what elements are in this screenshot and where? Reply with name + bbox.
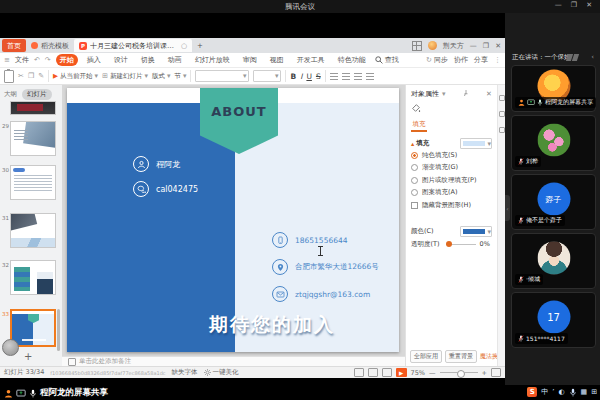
zoom-in-button[interactable]: +	[482, 369, 487, 377]
italic-button[interactable]: I	[300, 72, 302, 81]
tool-icon[interactable]	[499, 95, 505, 101]
share-button[interactable]: 分享	[474, 55, 488, 65]
tab-transition[interactable]: 切换	[137, 54, 159, 66]
new-tab-button[interactable]: +	[192, 39, 208, 52]
slide-thumb-28[interactable]	[10, 101, 56, 115]
redo-icon[interactable]: ↷	[45, 56, 51, 64]
format-painter-icon[interactable]: ✎	[38, 72, 44, 80]
reset-background-button[interactable]: 重置背景	[445, 350, 477, 363]
tab-animation[interactable]: 动画	[164, 54, 186, 66]
underline-button[interactable]: U	[306, 72, 312, 81]
fill-option-solid[interactable]: 纯色填充(S)	[411, 149, 492, 162]
sogou-logo[interactable]: S	[527, 387, 537, 397]
missing-font-button[interactable]: 缺失字体	[172, 368, 198, 377]
align-left-icon[interactable]	[330, 73, 338, 80]
opacity-slider-thumb[interactable]	[446, 241, 452, 247]
slideshow-button[interactable]: ▶	[396, 368, 407, 377]
color-dropdown[interactable]: ▾	[460, 226, 492, 237]
zoom-level[interactable]: 75%	[411, 369, 425, 377]
pin-icon[interactable]	[463, 90, 469, 98]
opacity-slider[interactable]	[446, 244, 476, 245]
participant-tile[interactable]: 刘桦	[511, 115, 596, 171]
document-tab[interactable]: P 十月三建公司税务培训课件PPT.pptx ○	[74, 39, 192, 52]
participant-tile[interactable]: ·倾城	[511, 233, 596, 289]
apply-all-button[interactable]: 全部应用	[410, 350, 442, 363]
zoom-out-button[interactable]: —	[429, 369, 436, 377]
cooperate-button[interactable]: 协作	[454, 55, 468, 65]
sync-button[interactable]: ↻ 同步	[426, 55, 448, 65]
normal-view-icon[interactable]	[354, 368, 364, 377]
collapse-panel-icon[interactable]: ‹	[591, 53, 594, 61]
participant-tile[interactable]: 孬子 俺不是个孬子	[511, 174, 596, 230]
punctuation-toggle[interactable]: ’	[552, 388, 554, 396]
slide-canvas[interactable]: ABOUT 程阿龙 cal042475	[62, 85, 405, 356]
panel-close-icon[interactable]: ✕	[486, 90, 492, 98]
meeting-annotation-widget[interactable]	[2, 339, 19, 356]
restore-button[interactable]: ❐	[571, 1, 577, 9]
tab-features[interactable]: 特色功能	[334, 54, 370, 66]
wps-home-tab[interactable]: 首页	[2, 39, 26, 52]
fill-option-pattern[interactable]: 图案填充(A)	[411, 187, 492, 200]
zoom-slider[interactable]	[440, 372, 478, 373]
file-menu[interactable]: 文件	[15, 55, 29, 65]
wps-minimize-button[interactable]: —	[470, 42, 477, 50]
slide-thumb-30[interactable]	[10, 165, 56, 200]
account-name[interactable]: 荆天方	[443, 41, 464, 51]
clipboard-icon[interactable]: ▦	[581, 388, 588, 396]
section-button[interactable]: 节 ▾	[174, 72, 186, 81]
hide-background-checkbox[interactable]: 隐藏背景图形(H)	[411, 199, 492, 212]
play-from-current-button[interactable]: ▶ 从当前开始 ▾	[53, 72, 98, 81]
fill-option-picture[interactable]: 图片或纹理填充(P)	[411, 174, 492, 187]
fit-window-icon[interactable]	[491, 368, 501, 377]
emoji-icon[interactable]: ◐	[558, 388, 564, 396]
menu-icon[interactable]: ≡	[4, 56, 10, 64]
bold-button[interactable]: B	[290, 72, 296, 81]
tool-icon[interactable]	[499, 127, 505, 133]
find-button[interactable]: 查找	[375, 55, 399, 65]
fill-tab[interactable]: 填充	[411, 120, 427, 132]
cut-icon[interactable]: ✂	[18, 72, 24, 80]
tool-icon[interactable]	[499, 111, 505, 117]
toolbox-icon[interactable]: ⊞	[591, 388, 597, 396]
thumbnail-scrollbar[interactable]	[57, 309, 60, 351]
slide-thumb-32[interactable]	[10, 260, 56, 295]
more-menu-icon[interactable]: ⋮	[494, 56, 501, 64]
align-center-icon[interactable]	[342, 73, 350, 80]
paste-icon[interactable]	[4, 70, 14, 83]
account-avatar[interactable]	[428, 41, 437, 50]
beautify-button[interactable]: 一键美化	[204, 368, 239, 377]
bullet-list-icon[interactable]	[354, 73, 362, 80]
reading-view-icon[interactable]	[382, 368, 392, 377]
participant-tile-sharer[interactable]: 程阿龙的屏幕共享	[511, 65, 596, 112]
participant-tile[interactable]: 17 151****4117	[511, 292, 596, 348]
tab-view[interactable]: 视图	[266, 54, 288, 66]
undo-icon[interactable]: ↶	[34, 56, 40, 64]
panel-resize-handle[interactable]: ‹	[505, 195, 510, 221]
layout-button[interactable]: 版式 ▾	[152, 72, 171, 81]
outline-tab[interactable]: 大纲	[4, 90, 17, 99]
tab-slideshow[interactable]: 幻灯片放映	[191, 54, 234, 66]
current-slide[interactable]: ABOUT 程阿龙 cal042475	[67, 88, 399, 352]
fill-section-title[interactable]: 填充	[416, 139, 429, 148]
tab-design[interactable]: 设计	[110, 54, 132, 66]
close-button[interactable]: ✕	[586, 1, 592, 9]
voice-input-icon[interactable]	[569, 388, 577, 397]
add-slide-button[interactable]: +	[24, 351, 32, 362]
copy-icon[interactable]: ❐	[28, 72, 34, 80]
slide-thumb-29[interactable]	[10, 121, 56, 156]
minimize-button[interactable]: —	[555, 1, 562, 9]
paint-bucket-icon[interactable]	[411, 103, 421, 113]
font-family-select[interactable]: ▾	[195, 70, 249, 82]
tab-insert[interactable]: 插入	[83, 54, 105, 66]
zoom-slider-thumb[interactable]	[457, 370, 465, 378]
wps-close-button[interactable]: ✕	[495, 42, 501, 50]
notes-bar[interactable]: 单击此处添加备注	[62, 356, 405, 366]
fill-preset-dropdown[interactable]: ▾	[460, 138, 492, 149]
tab-review[interactable]: 审阅	[239, 54, 261, 66]
indent-icon[interactable]	[366, 73, 374, 80]
input-lang-toggle[interactable]: 中	[541, 387, 548, 397]
new-slide-button[interactable]: ⊞ 新建幻灯片 ▾	[102, 72, 148, 81]
slides-tab[interactable]: 幻灯片	[22, 89, 52, 100]
apps-grid-icon[interactable]	[412, 41, 422, 51]
wps-docer-tab[interactable]: 稻壳模板	[26, 39, 74, 52]
